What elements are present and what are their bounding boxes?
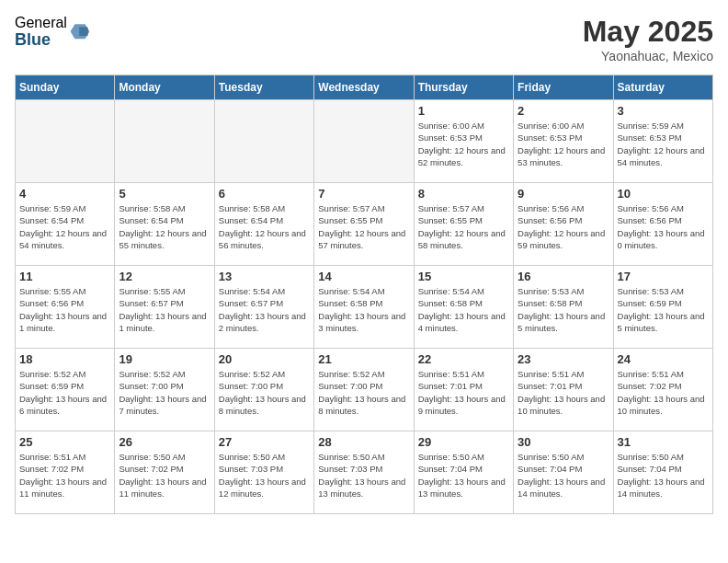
day-info: Sunrise: 5:54 AM Sunset: 6:58 PM Dayligh…: [418, 285, 509, 334]
calendar-cell: 7Sunrise: 5:57 AM Sunset: 6:55 PM Daylig…: [314, 183, 414, 266]
day-number: 4: [19, 187, 110, 201]
calendar-cell: 25Sunrise: 5:51 AM Sunset: 7:02 PM Dayli…: [16, 431, 115, 514]
day-info: Sunrise: 5:58 AM Sunset: 6:54 PM Dayligh…: [119, 202, 210, 251]
calendar-cell: 4Sunrise: 5:59 AM Sunset: 6:54 PM Daylig…: [16, 183, 115, 266]
day-info: Sunrise: 5:58 AM Sunset: 6:54 PM Dayligh…: [219, 202, 310, 251]
calendar-cell: 1Sunrise: 6:00 AM Sunset: 6:53 PM Daylig…: [414, 100, 513, 183]
day-info: Sunrise: 5:50 AM Sunset: 7:04 PM Dayligh…: [518, 451, 609, 500]
weekday-header-row: SundayMondayTuesdayWednesdayThursdayFrid…: [16, 75, 713, 100]
day-number: 29: [418, 435, 509, 449]
location: Yaonahuac, Mexico: [583, 49, 713, 63]
day-info: Sunrise: 5:52 AM Sunset: 7:00 PM Dayligh…: [119, 368, 210, 417]
calendar-cell: 31Sunrise: 5:50 AM Sunset: 7:04 PM Dayli…: [613, 431, 712, 514]
day-info: Sunrise: 5:50 AM Sunset: 7:04 PM Dayligh…: [618, 451, 709, 500]
day-info: Sunrise: 5:51 AM Sunset: 7:01 PM Dayligh…: [418, 368, 509, 417]
day-info: Sunrise: 5:51 AM Sunset: 7:01 PM Dayligh…: [518, 368, 609, 417]
page-header: General Blue May 2025 Yaonahuac, Mexico: [15, 15, 713, 63]
weekday-header-wednesday: Wednesday: [314, 75, 414, 100]
calendar-cell: 27Sunrise: 5:50 AM Sunset: 7:03 PM Dayli…: [214, 431, 313, 514]
calendar-cell: 5Sunrise: 5:58 AM Sunset: 6:54 PM Daylig…: [115, 183, 214, 266]
day-number: 17: [618, 270, 709, 283]
day-number: 1: [418, 104, 509, 118]
day-number: 27: [219, 435, 310, 449]
calendar-cell: [16, 100, 115, 183]
day-number: 8: [418, 187, 509, 201]
calendar-cell: 3Sunrise: 5:59 AM Sunset: 6:53 PM Daylig…: [613, 100, 712, 183]
day-number: 24: [618, 352, 709, 366]
calendar-cell: 20Sunrise: 5:52 AM Sunset: 7:00 PM Dayli…: [214, 349, 313, 431]
logo-blue: Blue: [15, 31, 67, 50]
day-info: Sunrise: 5:50 AM Sunset: 7:04 PM Dayligh…: [418, 451, 509, 500]
day-info: Sunrise: 5:59 AM Sunset: 6:54 PM Dayligh…: [19, 202, 110, 251]
day-number: 19: [119, 352, 210, 366]
day-info: Sunrise: 5:52 AM Sunset: 6:59 PM Dayligh…: [19, 368, 110, 417]
calendar-cell: 15Sunrise: 5:54 AM Sunset: 6:58 PM Dayli…: [414, 266, 513, 349]
day-info: Sunrise: 5:54 AM Sunset: 6:58 PM Dayligh…: [318, 285, 409, 334]
day-info: Sunrise: 5:51 AM Sunset: 7:02 PM Dayligh…: [618, 368, 709, 417]
calendar-cell: 8Sunrise: 5:57 AM Sunset: 6:55 PM Daylig…: [414, 183, 513, 266]
calendar-cell: 29Sunrise: 5:50 AM Sunset: 7:04 PM Dayli…: [414, 431, 513, 514]
day-info: Sunrise: 6:00 AM Sunset: 6:53 PM Dayligh…: [418, 120, 509, 168]
day-number: 2: [518, 104, 609, 118]
day-number: 3: [618, 104, 709, 118]
day-info: Sunrise: 5:59 AM Sunset: 6:53 PM Dayligh…: [618, 120, 709, 168]
calendar-cell: [314, 100, 414, 183]
calendar-cell: 6Sunrise: 5:58 AM Sunset: 6:54 PM Daylig…: [214, 183, 313, 266]
weekday-header-sunday: Sunday: [16, 75, 115, 100]
day-info: Sunrise: 5:57 AM Sunset: 6:55 PM Dayligh…: [318, 202, 409, 251]
day-number: 16: [518, 270, 609, 283]
calendar-cell: 26Sunrise: 5:50 AM Sunset: 7:02 PM Dayli…: [115, 431, 214, 514]
calendar-table: SundayMondayTuesdayWednesdayThursdayFrid…: [15, 75, 713, 514]
weekday-header-saturday: Saturday: [613, 75, 712, 100]
day-info: Sunrise: 5:56 AM Sunset: 6:56 PM Dayligh…: [518, 202, 609, 251]
day-info: Sunrise: 5:54 AM Sunset: 6:57 PM Dayligh…: [219, 285, 310, 334]
day-info: Sunrise: 5:52 AM Sunset: 7:00 PM Dayligh…: [318, 368, 409, 417]
calendar-week-1: 1Sunrise: 6:00 AM Sunset: 6:53 PM Daylig…: [16, 100, 713, 183]
day-info: Sunrise: 5:53 AM Sunset: 6:59 PM Dayligh…: [618, 285, 709, 334]
calendar-cell: [115, 100, 214, 183]
day-number: 18: [19, 352, 110, 366]
calendar-cell: 30Sunrise: 5:50 AM Sunset: 7:04 PM Dayli…: [514, 431, 613, 514]
day-number: 22: [418, 352, 509, 366]
day-info: Sunrise: 5:50 AM Sunset: 7:03 PM Dayligh…: [318, 451, 409, 500]
day-number: 31: [618, 435, 709, 449]
calendar-week-5: 25Sunrise: 5:51 AM Sunset: 7:02 PM Dayli…: [16, 431, 713, 514]
day-number: 21: [318, 352, 409, 366]
logo: General Blue: [15, 15, 91, 49]
calendar-cell: 10Sunrise: 5:56 AM Sunset: 6:56 PM Dayli…: [613, 183, 712, 266]
calendar-cell: 12Sunrise: 5:55 AM Sunset: 6:57 PM Dayli…: [115, 266, 214, 349]
logo-general: General: [15, 15, 67, 31]
day-info: Sunrise: 5:56 AM Sunset: 6:56 PM Dayligh…: [618, 202, 709, 251]
weekday-header-thursday: Thursday: [414, 75, 513, 100]
day-number: 5: [119, 187, 210, 201]
day-number: 25: [19, 435, 110, 449]
day-number: 15: [418, 270, 509, 283]
calendar-week-2: 4Sunrise: 5:59 AM Sunset: 6:54 PM Daylig…: [16, 183, 713, 266]
calendar-cell: 13Sunrise: 5:54 AM Sunset: 6:57 PM Dayli…: [214, 266, 313, 349]
calendar-cell: 23Sunrise: 5:51 AM Sunset: 7:01 PM Dayli…: [514, 349, 613, 431]
day-info: Sunrise: 5:53 AM Sunset: 6:58 PM Dayligh…: [518, 285, 609, 334]
calendar-cell: [214, 100, 313, 183]
svg-marker-1: [79, 27, 88, 36]
day-number: 30: [518, 435, 609, 449]
calendar-cell: 14Sunrise: 5:54 AM Sunset: 6:58 PM Dayli…: [314, 266, 414, 349]
calendar-cell: 21Sunrise: 5:52 AM Sunset: 7:00 PM Dayli…: [314, 349, 414, 431]
day-info: Sunrise: 5:55 AM Sunset: 6:57 PM Dayligh…: [119, 285, 210, 334]
day-number: 26: [119, 435, 210, 449]
weekday-header-monday: Monday: [115, 75, 214, 100]
calendar-cell: 28Sunrise: 5:50 AM Sunset: 7:03 PM Dayli…: [314, 431, 414, 514]
calendar-cell: 18Sunrise: 5:52 AM Sunset: 6:59 PM Dayli…: [16, 349, 115, 431]
day-info: Sunrise: 5:57 AM Sunset: 6:55 PM Dayligh…: [418, 202, 509, 251]
title-section: May 2025 Yaonahuac, Mexico: [583, 15, 713, 63]
day-info: Sunrise: 6:00 AM Sunset: 6:53 PM Dayligh…: [518, 120, 609, 168]
calendar-cell: 16Sunrise: 5:53 AM Sunset: 6:58 PM Dayli…: [514, 266, 613, 349]
calendar-cell: 19Sunrise: 5:52 AM Sunset: 7:00 PM Dayli…: [115, 349, 214, 431]
day-number: 14: [318, 270, 409, 283]
day-number: 9: [518, 187, 609, 201]
calendar-week-3: 11Sunrise: 5:55 AM Sunset: 6:56 PM Dayli…: [16, 266, 713, 349]
month-title: May 2025: [583, 15, 713, 49]
calendar-cell: 22Sunrise: 5:51 AM Sunset: 7:01 PM Dayli…: [414, 349, 513, 431]
day-number: 11: [19, 270, 110, 283]
day-info: Sunrise: 5:52 AM Sunset: 7:00 PM Dayligh…: [219, 368, 310, 417]
calendar-cell: 2Sunrise: 6:00 AM Sunset: 6:53 PM Daylig…: [514, 100, 613, 183]
